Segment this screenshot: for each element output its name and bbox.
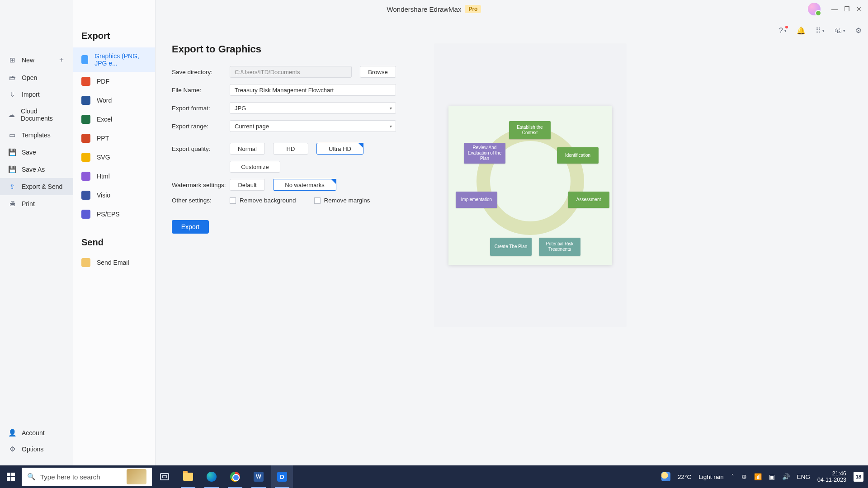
remove-margins-checkbox[interactable]: Remove margins bbox=[314, 197, 370, 204]
flow-node: Potential Risk Treatments bbox=[539, 238, 580, 256]
other-settings-label: Other settings: bbox=[172, 197, 230, 204]
export-format-column: Export Graphics (PNG, JPG e... PDF Word … bbox=[73, 0, 156, 465]
settings-icon[interactable]: ⚙ bbox=[855, 26, 862, 35]
menu-templates[interactable]: ▭Templates bbox=[0, 127, 73, 144]
word-button[interactable]: W bbox=[248, 465, 269, 488]
edrawmax-button[interactable]: D bbox=[271, 465, 293, 488]
word-icon: W bbox=[254, 472, 264, 482]
menu-account[interactable]: 👤Account bbox=[0, 425, 73, 441]
format-svg[interactable]: SVG bbox=[73, 148, 155, 167]
file-name-label: File Name: bbox=[172, 87, 230, 94]
folder-icon bbox=[183, 473, 193, 481]
close-button[interactable]: ✕ bbox=[856, 5, 862, 13]
folder-icon: 🗁 bbox=[8, 74, 16, 81]
quality-hd[interactable]: HD bbox=[273, 143, 308, 155]
weather-text[interactable]: Light rain bbox=[698, 474, 724, 480]
remove-background-checkbox[interactable]: Remove background bbox=[230, 197, 296, 204]
meet-now-icon[interactable]: ⊕ bbox=[741, 473, 747, 480]
mail-icon bbox=[81, 258, 90, 267]
html-icon bbox=[81, 172, 90, 181]
export-heading: Export bbox=[73, 31, 155, 47]
main-panel: Export to Graphics Save directory: Brows… bbox=[172, 43, 854, 461]
menu-options[interactable]: ⚙Options bbox=[0, 441, 73, 457]
cast-icon[interactable]: ▣ bbox=[769, 473, 775, 480]
volume-icon[interactable]: 🔊 bbox=[782, 473, 790, 480]
language-indicator[interactable]: ENG bbox=[797, 474, 810, 480]
menu-import[interactable]: ⇩Import bbox=[0, 86, 73, 103]
import-icon: ⇩ bbox=[8, 90, 16, 99]
export-button[interactable]: Export bbox=[172, 220, 209, 234]
menu-print[interactable]: 🖶Print bbox=[0, 195, 73, 212]
export-format-label: Export format: bbox=[172, 105, 230, 112]
maximize-button[interactable]: ❐ bbox=[844, 5, 850, 13]
format-visio[interactable]: Visio bbox=[73, 186, 155, 205]
cloud-icon: ☁ bbox=[8, 111, 15, 119]
format-graphics[interactable]: Graphics (PNG, JPG e... bbox=[73, 47, 155, 72]
user-avatar[interactable] bbox=[808, 3, 821, 15]
format-html[interactable]: Html bbox=[73, 167, 155, 186]
export-format-select[interactable]: JPG▾ bbox=[230, 102, 396, 114]
visio-icon bbox=[81, 191, 90, 200]
help-icon[interactable]: ?▾ bbox=[779, 27, 787, 35]
menu-open[interactable]: 🗁Open bbox=[0, 69, 73, 86]
save-icon: 💾 bbox=[8, 148, 16, 156]
ps-icon bbox=[81, 210, 90, 219]
file-menu: ⊞New＋ 🗁Open ⇩Import ☁Cloud Documents ▭Te… bbox=[0, 0, 73, 465]
chrome-button[interactable] bbox=[224, 465, 246, 488]
apps-icon[interactable]: ⠿▾ bbox=[816, 26, 825, 35]
menu-export-send[interactable]: ⇪Export & Send bbox=[0, 178, 73, 195]
menu-cloud[interactable]: ☁Cloud Documents bbox=[0, 103, 73, 127]
preview-canvas: Establish the Context Identification Ass… bbox=[448, 106, 612, 265]
chevron-down-icon: ▾ bbox=[390, 124, 392, 129]
customize-button[interactable]: Customize bbox=[230, 161, 280, 173]
chrome-icon bbox=[230, 472, 240, 482]
svg-rect-0 bbox=[7, 473, 10, 476]
task-view-button[interactable] bbox=[154, 465, 175, 488]
weather-temp[interactable]: 22°C bbox=[678, 474, 691, 480]
clock[interactable]: 21:46 04-11-2023 bbox=[817, 470, 846, 483]
minimize-button[interactable]: — bbox=[831, 5, 838, 13]
export-range-label: Export range: bbox=[172, 123, 230, 130]
edge-button[interactable] bbox=[201, 465, 222, 488]
svg-rect-3 bbox=[11, 477, 15, 481]
taskbar-search[interactable]: 🔍 Type here to search bbox=[22, 468, 152, 486]
flow-node: Create The Plan bbox=[490, 238, 532, 256]
add-icon[interactable]: ＋ bbox=[58, 55, 65, 65]
wifi-icon[interactable]: 📶 bbox=[754, 473, 762, 480]
watermark-none[interactable]: No watermarks bbox=[273, 179, 336, 191]
notification-center[interactable]: 18 bbox=[854, 472, 863, 482]
menu-save[interactable]: 💾Save bbox=[0, 144, 73, 161]
quality-ultra-hd[interactable]: Ultra HD bbox=[316, 143, 363, 155]
format-pdf[interactable]: PDF bbox=[73, 72, 155, 91]
file-name-input[interactable] bbox=[230, 84, 396, 96]
save-directory-label: Save directory: bbox=[172, 69, 230, 75]
format-ps-eps[interactable]: PS/EPS bbox=[73, 205, 155, 224]
browse-button[interactable]: Browse bbox=[360, 66, 396, 78]
shop-icon[interactable]: 🛍▾ bbox=[835, 27, 845, 35]
bell-icon[interactable]: 🔔 bbox=[797, 26, 806, 35]
save-directory-input[interactable] bbox=[230, 66, 352, 78]
export-icon: ⇪ bbox=[8, 183, 16, 191]
word-icon bbox=[81, 96, 90, 105]
menu-save-as[interactable]: 💾Save As bbox=[0, 161, 73, 178]
format-ppt[interactable]: PPT bbox=[73, 129, 155, 148]
tray-overflow-icon[interactable]: ˄ bbox=[731, 473, 734, 480]
print-icon: 🖶 bbox=[8, 200, 16, 207]
export-range-select[interactable]: Current page▾ bbox=[230, 120, 396, 132]
header-icon-row: ?▾ 🔔 ⠿▾ 🛍▾ ⚙ bbox=[779, 26, 862, 35]
watermark-label: Watermark settings: bbox=[172, 182, 230, 188]
send-heading: Send bbox=[73, 224, 155, 253]
svg-rect-1 bbox=[11, 473, 15, 476]
flow-node: Review And Evaluation of the Plan bbox=[464, 143, 505, 164]
send-email[interactable]: Send Email bbox=[73, 253, 155, 272]
menu-new[interactable]: ⊞New＋ bbox=[0, 51, 73, 69]
weather-icon bbox=[661, 472, 670, 481]
preview-panel: Establish the Context Identification Ass… bbox=[434, 43, 627, 327]
excel-icon bbox=[81, 115, 90, 124]
start-button[interactable] bbox=[0, 465, 22, 488]
file-explorer-button[interactable] bbox=[177, 465, 199, 488]
watermark-default[interactable]: Default bbox=[230, 179, 265, 191]
format-excel[interactable]: Excel bbox=[73, 110, 155, 129]
format-word[interactable]: Word bbox=[73, 91, 155, 110]
quality-normal[interactable]: Normal bbox=[230, 143, 265, 155]
